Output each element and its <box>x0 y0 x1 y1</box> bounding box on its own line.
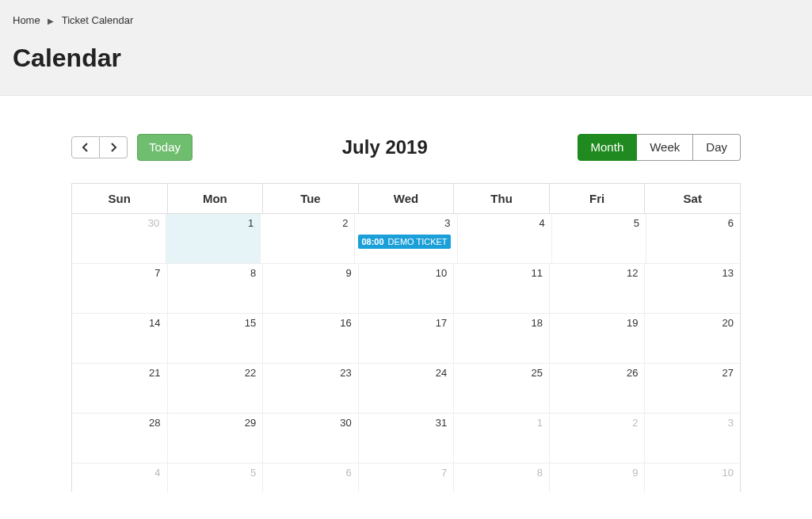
day-cell[interactable]: 23 <box>263 364 359 414</box>
day-number: 21 <box>149 367 160 379</box>
day-cell[interactable]: 25 <box>454 364 550 414</box>
calendar-event[interactable]: 08:00 DEMO TICKET <box>358 235 450 249</box>
day-number: 31 <box>436 417 447 429</box>
day-header-row: SunMonTueWedThuFriSat <box>72 184 740 214</box>
day-cell[interactable]: 19 <box>550 314 646 364</box>
day-cell[interactable]: 4 <box>72 464 168 492</box>
day-cell[interactable]: 6 <box>646 214 740 264</box>
day-cell[interactable]: 3 <box>645 414 740 464</box>
day-header: Wed <box>359 184 455 214</box>
day-cell[interactable]: 28 <box>72 414 168 464</box>
week-row: 14151617181920 <box>72 314 740 364</box>
day-cell[interactable]: 30 <box>72 214 166 264</box>
day-number: 20 <box>722 317 734 329</box>
nav-button-group <box>71 136 128 158</box>
day-header: Thu <box>454 184 550 214</box>
day-cell[interactable]: 11 <box>454 264 550 314</box>
day-number: 18 <box>531 317 542 329</box>
day-cell[interactable]: 2 <box>261 214 355 264</box>
prev-button[interactable] <box>71 136 100 158</box>
day-number: 1 <box>248 217 254 229</box>
day-number: 22 <box>245 367 256 379</box>
day-number: 10 <box>436 267 447 279</box>
view-month-button[interactable]: Month <box>578 134 638 161</box>
day-cell[interactable]: 18 <box>454 314 550 364</box>
day-number: 9 <box>632 467 638 479</box>
day-cell[interactable]: 26 <box>550 364 646 414</box>
day-cell[interactable]: 20 <box>645 314 740 364</box>
day-cell[interactable]: 8 <box>454 464 550 492</box>
breadcrumb-home-link[interactable]: Home <box>13 14 40 26</box>
day-cell[interactable]: 1 <box>166 214 261 264</box>
day-cell[interactable]: 9 <box>263 264 359 314</box>
day-cell[interactable]: 4 <box>458 214 552 264</box>
day-cell[interactable]: 10 <box>359 264 455 314</box>
day-number: 11 <box>531 267 542 279</box>
day-cell[interactable]: 14 <box>72 314 168 364</box>
view-day-button[interactable]: Day <box>693 134 741 161</box>
view-week-button[interactable]: Week <box>637 134 693 161</box>
page-title: Calendar <box>13 44 799 73</box>
week-row: 21222324252627 <box>72 364 740 414</box>
day-cell[interactable]: 29 <box>168 414 264 464</box>
day-number: 13 <box>722 267 734 279</box>
chevron-right-icon <box>109 143 117 152</box>
day-header: Sun <box>72 184 168 214</box>
day-cell[interactable]: 308:00 DEMO TICKET <box>355 214 457 264</box>
day-cell[interactable]: 15 <box>168 314 264 364</box>
day-cell[interactable]: 8 <box>168 264 264 314</box>
day-cell[interactable]: 31 <box>359 414 455 464</box>
day-number: 3 <box>728 417 734 429</box>
day-number: 24 <box>436 367 447 379</box>
day-cell[interactable]: 12 <box>550 264 646 314</box>
week-row: 45678910 <box>72 464 740 492</box>
day-cell[interactable]: 5 <box>168 464 264 492</box>
day-cell[interactable]: 24 <box>359 364 455 414</box>
day-number: 19 <box>627 317 638 329</box>
day-number: 5 <box>250 467 256 479</box>
day-number: 9 <box>346 267 352 279</box>
day-number: 27 <box>722 367 734 379</box>
view-button-group: Month Week Day <box>578 134 741 161</box>
day-cell[interactable]: 6 <box>263 464 359 492</box>
day-cell[interactable]: 10 <box>645 464 740 492</box>
day-number: 25 <box>531 367 542 379</box>
day-cell[interactable]: 22 <box>168 364 264 414</box>
day-number: 4 <box>154 467 160 479</box>
day-cell[interactable]: 7 <box>359 464 455 492</box>
day-cell[interactable]: 5 <box>552 214 646 264</box>
day-number: 10 <box>722 467 734 479</box>
day-number: 28 <box>149 417 160 429</box>
day-number: 5 <box>634 217 639 229</box>
calendar-toolbar: Today July 2019 Month Week Day <box>71 134 741 161</box>
day-number: 12 <box>627 267 638 279</box>
day-cell[interactable]: 17 <box>359 314 455 364</box>
day-cell[interactable]: 27 <box>645 364 740 414</box>
day-number: 30 <box>340 417 351 429</box>
chevron-left-icon <box>82 143 90 152</box>
day-cell[interactable]: 2 <box>550 414 646 464</box>
day-header: Fri <box>550 184 646 214</box>
day-number: 26 <box>627 367 638 379</box>
weeks-scroll[interactable]: 3012308:00 DEMO TICKET456789101112131415… <box>72 214 740 492</box>
day-number: 2 <box>342 217 348 229</box>
event-title: DEMO TICKET <box>386 237 448 246</box>
day-number: 8 <box>250 267 256 279</box>
day-number: 7 <box>441 467 447 479</box>
day-cell[interactable]: 1 <box>454 414 550 464</box>
day-cell[interactable]: 9 <box>550 464 646 492</box>
day-number: 14 <box>149 317 160 329</box>
day-number: 6 <box>346 467 352 479</box>
day-cell[interactable]: 16 <box>263 314 359 364</box>
week-row: 28293031123 <box>72 414 740 464</box>
calendar-title: July 2019 <box>193 136 578 158</box>
page-header: Home ▶ Ticket Calendar Calendar <box>0 0 812 96</box>
day-cell[interactable]: 21 <box>72 364 168 414</box>
today-button[interactable]: Today <box>137 134 193 161</box>
day-cell[interactable]: 7 <box>72 264 168 314</box>
day-number: 8 <box>537 467 543 479</box>
day-number: 30 <box>148 217 159 229</box>
next-button[interactable] <box>100 136 128 158</box>
day-cell[interactable]: 13 <box>645 264 740 314</box>
day-cell[interactable]: 30 <box>263 414 359 464</box>
